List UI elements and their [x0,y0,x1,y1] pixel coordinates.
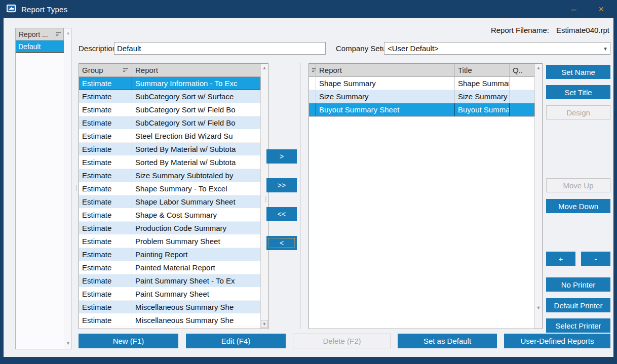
titlebar: Report Types – × [0,0,617,18]
table-row[interactable]: Estimate Paint Summary Sheet [79,288,260,301]
table-row[interactable]: Estimate Summary Information - To Exc [79,77,260,90]
splitter-grip-icon[interactable]: ⋮ [263,196,269,201]
table-row[interactable]: Estimate Paint Summary Sheet - To Ex [79,274,260,288]
company-setup-value: <User Default> [388,44,439,53]
column-header-sorter[interactable] [309,64,316,76]
table-row[interactable]: Estimate Painted Material Report [79,261,260,274]
scroll-down-icon[interactable]: ▼ [66,341,70,346]
minimize-icon[interactable]: – [571,5,576,14]
select-printer-button[interactable]: Select Printer [546,318,610,333]
report-filename-label: Report Filename: [491,26,549,34]
scrollbar[interactable]: ▲ ▼ [534,64,542,329]
close-icon[interactable]: × [598,5,604,14]
report-type-item[interactable]: Default [16,41,64,53]
column-header-group[interactable]: Group [79,64,132,76]
move-down-button[interactable]: Move Down [546,199,610,213]
remove-button[interactable]: - [581,252,610,266]
description-label: Description: [79,44,119,53]
table-row[interactable]: Estimate Sorted By Material w/ Subtota [79,143,260,156]
company-setup-select[interactable]: <User Default> ▾ [384,42,610,55]
scroll-down-icon[interactable]: ▼ [261,320,268,328]
table-row[interactable]: Shape Summary Shape Summary [309,77,534,90]
window-title: Report Types [21,5,67,14]
table-row[interactable]: Estimate Shape Summary - To Excel [79,182,260,195]
table-row[interactable]: Estimate SubCategory Sort w/ Field Bo [79,103,260,116]
table-row[interactable]: Estimate Sorted By Material w/ Subtota [79,156,260,169]
default-printer-button[interactable]: Default Printer [546,298,610,312]
pane-separator [300,63,300,329]
new-button[interactable]: New (F1) [79,334,178,348]
table-row[interactable]: Estimate Size Summary Subtotaled by [79,169,260,182]
table-row[interactable]: Estimate Painting Report [79,248,260,261]
column-header-queue[interactable]: Q.. [510,64,534,76]
table-row[interactable]: Estimate Shape Labor Summary Sheet [79,195,260,209]
table-row[interactable]: Estimate Miscellaneous Summary She [79,314,260,327]
dialog-content: Report Filename: Estimate040.rpt Descrip… [4,18,613,357]
splitter-grip-icon[interactable]: ⋮ [73,185,80,190]
move-left-button[interactable]: < [266,236,297,250]
column-header-report[interactable]: Report [316,64,455,76]
report-types-column-header[interactable]: Report ... [16,28,64,41]
table-row[interactable]: Estimate Steel Erection Bid Wizard Su [79,130,260,143]
move-up-button[interactable]: Move Up [546,178,610,192]
delete-button[interactable]: Delete (F2) [293,334,391,348]
report-types-panel: Report ... Default ▲ ▼ [15,28,71,349]
scroll-up-icon[interactable]: ▲ [535,65,542,70]
report-filename-row: Report Filename: Estimate040.rpt [491,26,609,34]
available-reports-rows: Estimate Summary Information - To Exc Es… [79,77,260,329]
selected-reports-header: Report Title Q.. [309,64,534,77]
column-header-title[interactable]: Title [455,64,510,76]
move-right-button[interactable]: > [266,149,297,164]
chevron-down-icon: ▾ [604,45,607,52]
available-reports-grid: Group Report Estimate Summary Inf [79,63,268,329]
scroll-down-icon[interactable]: ▼ [535,305,542,310]
available-reports-header: Group Report [79,64,260,77]
table-row[interactable]: Estimate SubCategory Sort w/ Field Bo [79,116,260,130]
app-icon [6,4,16,14]
column-header-report[interactable]: Report [132,64,260,76]
table-row[interactable]: Estimate Miscellaneous Summary She [79,301,260,314]
selected-reports-rows: Shape Summary Shape Summary Size Summary… [309,77,534,329]
table-row[interactable]: Estimate Production Code Summary [79,222,260,235]
selected-reports-grid: Report Title Q.. Shape Summary Shape Sum… [308,63,543,329]
report-types-rows: Default [16,41,64,349]
edit-button[interactable]: Edit (F4) [186,334,286,348]
move-all-left-button[interactable]: << [266,207,297,221]
move-all-right-button[interactable]: >> [266,178,297,192]
set-name-button[interactable]: Set Name [546,65,610,79]
no-printer-button[interactable]: No Printer [546,277,610,292]
report-types-window: Report Types – × Report Filename: Estima… [0,0,617,364]
report-filename-value: Estimate040.rpt [556,26,609,34]
scroll-up-icon[interactable]: ▲ [66,30,70,35]
scroll-up-icon[interactable]: ▲ [261,65,268,70]
add-button[interactable]: + [546,252,575,266]
table-row[interactable]: Size Summary Size Summary [309,90,534,103]
table-row[interactable]: Estimate Problem Summary Sheet [79,235,260,248]
sort-icon [310,68,316,72]
description-input[interactable] [114,42,326,55]
table-row[interactable]: Estimate Shape & Cost Summary [79,209,260,222]
set-as-default-button[interactable]: Set as Default [398,334,497,348]
sort-icon [121,68,129,72]
table-row[interactable]: Buyout Summary Sheet Buyout Summary S [309,103,534,116]
design-button[interactable]: Design [546,105,610,119]
table-row[interactable]: Estimate SubCategory Sort w/ Surface [79,90,260,103]
sort-icon [56,32,61,36]
user-defined-reports-button[interactable]: User-Defined Reports [504,334,610,348]
set-title-button[interactable]: Set Title [546,85,610,99]
